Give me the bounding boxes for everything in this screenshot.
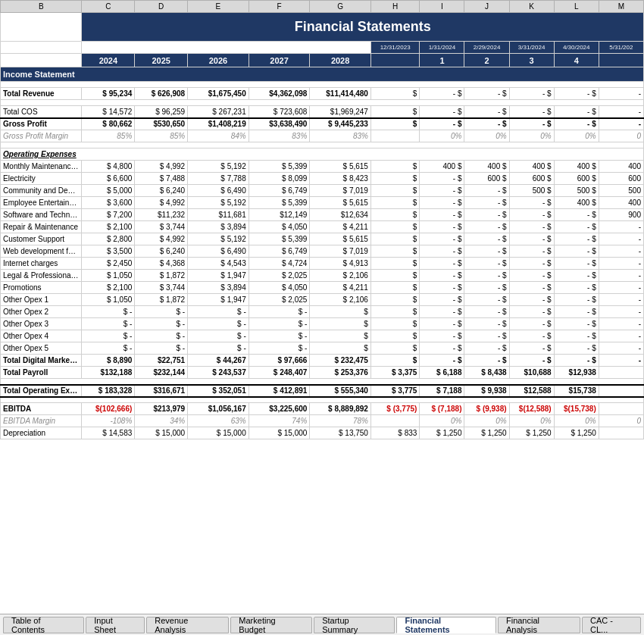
tdmc-l: - $ [554, 355, 599, 367]
table-row: Legal & Professional Fees $ 1,050 $ 1,87… [1, 270, 644, 282]
stl-k: - $ [509, 209, 554, 221]
ebitda-j: $ (9,938) [464, 403, 509, 415]
tab-cac-cl[interactable]: CAC - CL... [582, 617, 641, 633]
mmu-m: 400 [599, 161, 643, 173]
oo2-c: $ - [82, 306, 135, 318]
ebitda-margin-m: 0 [599, 415, 643, 427]
toe-e: $ 352,051 [188, 385, 249, 397]
ebitda-f: $3,225,600 [249, 403, 310, 415]
ebitda-l: $(15,738) [554, 403, 599, 415]
ebitda-e: $1,056,167 [188, 403, 249, 415]
toe-j: $ 9,938 [464, 385, 509, 397]
toe-f: $ 412,891 [249, 385, 310, 397]
oo5-f: $ - [249, 342, 310, 355]
gross-profit-g: $ 9,445,233 [310, 118, 371, 130]
total-revenue-e: $1,675,450 [188, 88, 249, 100]
ebitda-i: $ (7,188) [420, 403, 464, 415]
ebitda-g: $ 8,889,892 [310, 403, 371, 415]
table-row: EBITDA $(102,666) $213,979 $1,056,167 $3… [1, 403, 644, 415]
opex-header: Operating Expenses [1, 148, 644, 161]
ic-g: $ 4,913 [310, 258, 371, 270]
wdf-f: $ 6,749 [249, 245, 310, 258]
elec-k: 600 $ [509, 173, 554, 185]
cs-h: $ [370, 233, 419, 245]
rm-label: Repair & Maintenance [1, 221, 82, 233]
wdf-e: $ 6,490 [188, 245, 249, 258]
oo1-i: - $ [420, 294, 464, 306]
lpf-c: $ 1,050 [82, 270, 135, 282]
dep-m [599, 427, 643, 439]
ic-label: Internet charges [1, 258, 82, 270]
toe-label: Total Operating Expenses [1, 385, 82, 397]
tdmc-i: - $ [420, 355, 464, 367]
oo1-g: $ 2,106 [310, 294, 371, 306]
stl-e: $11,681 [188, 209, 249, 221]
tab-startup-summary[interactable]: Startup Summary [314, 617, 395, 633]
oo3-g: $ [310, 318, 371, 330]
total-revenue-f: $4,362,098 [249, 88, 310, 100]
prom-l: - $ [554, 282, 599, 294]
rm-c: $ 2,100 [82, 221, 135, 233]
tab-marketing-budget[interactable]: Marketing Budget [230, 617, 312, 633]
col-f-header: F [249, 1, 310, 13]
cdr-h: $ [370, 185, 419, 197]
ic-k: - $ [509, 258, 554, 270]
ebitda-margin-l: 0% [554, 415, 599, 427]
gross-profit-j: - $ [464, 118, 509, 130]
tab-financial-statements[interactable]: Financial Statements [396, 617, 496, 633]
table-row: Repair & Maintenance $ 2,100 $ 3,744 $ 3… [1, 221, 644, 233]
gross-profit-h: $ [370, 118, 419, 130]
total-revenue-j: - $ [464, 88, 509, 100]
table-row: Total COS $ 14,572 $ 96,259 $ 267,231 $ … [1, 106, 644, 118]
ic-l: - $ [554, 258, 599, 270]
prom-g: $ 4,211 [310, 282, 371, 294]
tab-revenue-analysis[interactable]: Revenue Analysis [146, 617, 229, 633]
gpm-l: 0% [554, 130, 599, 142]
stl-j: - $ [464, 209, 509, 221]
date-k: 3/31/2024 [509, 42, 554, 54]
elec-e: $ 7,788 [188, 173, 249, 185]
gpm-k: 0% [509, 130, 554, 142]
wdf-k: - $ [509, 245, 554, 258]
tab-table-of-contents[interactable]: Table of Contents [3, 617, 84, 633]
ee-f: $ 5,399 [249, 197, 310, 209]
oo3-l: - $ [554, 318, 599, 330]
total-cos-e: $ 267,231 [188, 106, 249, 118]
tab-input-sheet[interactable]: Input Sheet [86, 617, 145, 633]
mmu-l: 400 $ [554, 161, 599, 173]
date-l: 4/30/2024 [554, 42, 599, 54]
total-cos-l: - $ [554, 106, 599, 118]
cdr-l: 500 $ [554, 185, 599, 197]
month-5 [599, 54, 643, 67]
ic-i: - $ [420, 258, 464, 270]
oo2-f: $ - [249, 306, 310, 318]
ebitda-margin-i: 0% [420, 415, 464, 427]
cs-label: Customer Support [1, 233, 82, 245]
elec-i: - $ [420, 173, 464, 185]
gross-profit-l: - $ [554, 118, 599, 130]
prom-e: $ 3,894 [188, 282, 249, 294]
tp-d: $232,144 [135, 367, 188, 379]
sheet-title: Financial Statements [82, 13, 644, 42]
tab-financial-analysis[interactable]: Financial Analysis [498, 617, 580, 633]
ic-f: $ 4,724 [249, 258, 310, 270]
rm-e: $ 3,894 [188, 221, 249, 233]
gross-profit-f: $3,638,490 [249, 118, 310, 130]
oo3-h: $ [370, 318, 419, 330]
table-row: Customer Support $ 2,800 $ 4,992 $ 5,192… [1, 233, 644, 245]
elec-f: $ 8,099 [249, 173, 310, 185]
dep-i: $ 1,250 [420, 427, 464, 439]
oo3-d: $ - [135, 318, 188, 330]
total-cos-g: $1,969,247 [310, 106, 371, 118]
total-cos-i: - $ [420, 106, 464, 118]
ee-h: $ [370, 197, 419, 209]
total-revenue-h: $ [370, 88, 419, 100]
cs-k: - $ [509, 233, 554, 245]
lpf-m: - [599, 270, 643, 282]
oo5-k: - $ [509, 342, 554, 355]
cs-l: - $ [554, 233, 599, 245]
cdr-d: $ 6,240 [135, 185, 188, 197]
col-b-header: B [1, 1, 82, 13]
oo1-j: - $ [464, 294, 509, 306]
lpf-j: - $ [464, 270, 509, 282]
